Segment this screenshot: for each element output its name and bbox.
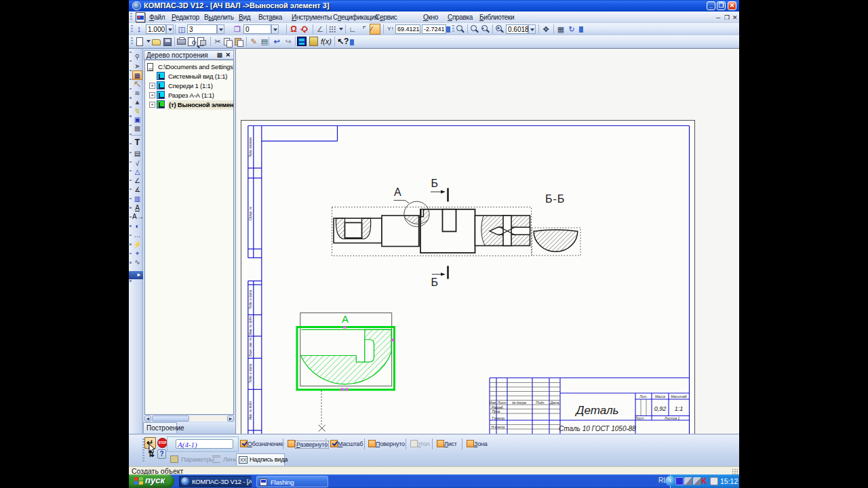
svg-text:Лист: Лист	[635, 416, 644, 420]
svg-text:Т.контр.: Т.контр.	[492, 416, 505, 420]
svg-text:Лит.: Лит.	[639, 394, 648, 399]
svg-text:Деталь: Деталь	[575, 404, 619, 417]
svg-text:№ докум.: № докум.	[512, 401, 527, 405]
svg-text:Б: Б	[431, 178, 439, 189]
svg-text:Подп.: Подп.	[536, 401, 545, 405]
svg-text:Справ. №: Справ. №	[249, 207, 252, 221]
svg-text:0,92: 0,92	[654, 405, 667, 412]
svg-text:А: А	[394, 186, 401, 198]
svg-text:Дата: Дата	[549, 401, 559, 405]
svg-text:Разраб.: Разраб.	[492, 405, 504, 409]
svg-text:Б: Б	[431, 277, 439, 288]
svg-text:Масса: Масса	[655, 394, 665, 399]
svg-text:Инв. № дубл.: Инв. № дубл.	[249, 316, 252, 335]
svg-text:Изм.: Изм.	[490, 401, 497, 405]
svg-text:Пров.: Пров.	[492, 409, 500, 413]
svg-text:Лист: Лист	[497, 401, 507, 405]
svg-text:Подп. и дата: Подп. и дата	[249, 363, 252, 383]
svg-text:Сталь 10 ГОСТ 1050-88: Сталь 10 ГОСТ 1050-88	[559, 425, 636, 432]
svg-text:Взам. инв. №: Взам. инв. №	[249, 338, 252, 357]
svg-text:1:1: 1:1	[675, 405, 684, 412]
svg-text:Инв. № подл.: Инв. № подл.	[249, 401, 252, 420]
svg-text:Н.контр.: Н.контр.	[491, 425, 505, 429]
svg-text:А: А	[342, 313, 349, 325]
svg-text:Перв. примен.: Перв. примен.	[249, 137, 252, 158]
svg-text:Листов 1: Листов 1	[664, 416, 680, 420]
svg-text:Подп. и дата: Подп. и дата	[249, 289, 252, 309]
svg-text:Б-Б: Б-Б	[545, 193, 565, 205]
svg-text:Масштаб: Масштаб	[671, 394, 687, 399]
